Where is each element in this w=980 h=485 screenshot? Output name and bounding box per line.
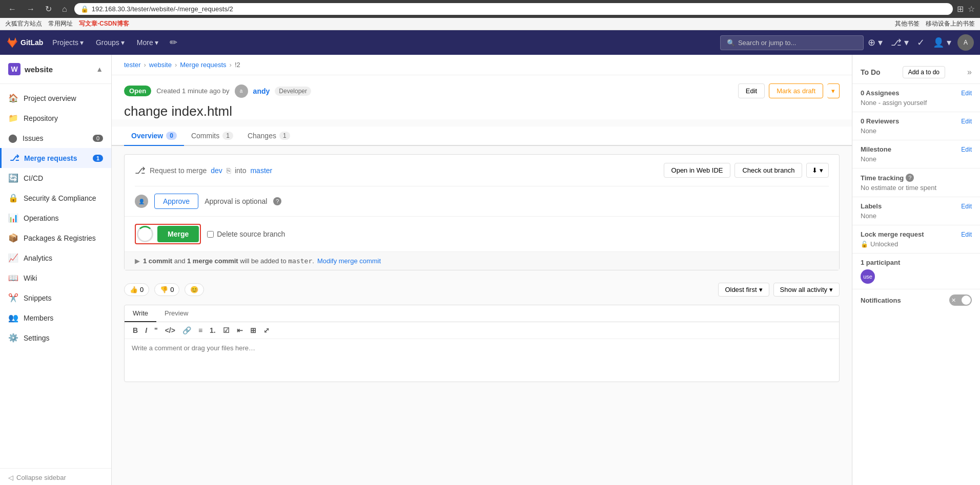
- thumbs-up-button[interactable]: 👍 0: [124, 283, 149, 296]
- comment-textarea[interactable]: [125, 339, 839, 380]
- participant-avatar-1: use: [861, 269, 875, 284]
- fullscreen-button[interactable]: ⤢: [261, 325, 272, 335]
- tab-commits[interactable]: Commits 1: [184, 126, 240, 146]
- approve-button[interactable]: Approve: [154, 194, 198, 209]
- sidebar-item-repository[interactable]: 📁 Repository: [0, 108, 111, 128]
- address-bar[interactable]: 🔒 192.168.30.3/tester/website/-/merge_re…: [74, 3, 953, 15]
- sidebar-item-settings[interactable]: ⚙️ Settings: [0, 328, 111, 348]
- delete-branch-checkbox[interactable]: [207, 231, 214, 238]
- nav-projects[interactable]: Projects ▾: [47, 35, 89, 50]
- star-icon[interactable]: ☆: [968, 4, 975, 14]
- avatar-icon: 👤: [138, 199, 145, 204]
- breadcrumb-website[interactable]: website: [149, 61, 172, 69]
- milestone-edit[interactable]: Edit: [961, 146, 972, 153]
- pencil-icon[interactable]: ✏: [170, 37, 177, 48]
- indent-button[interactable]: ⇤: [235, 325, 245, 335]
- plus-icon[interactable]: ⊕ ▾: [866, 35, 885, 50]
- open-web-ide-button[interactable]: Open in Web IDE: [664, 163, 731, 178]
- time-tracking-help-icon[interactable]: ?: [906, 174, 914, 182]
- notifications-toggle[interactable]: ✕: [949, 294, 972, 306]
- bookmark-2[interactable]: 常用网址: [48, 19, 73, 28]
- preview-tab[interactable]: Preview: [156, 305, 196, 322]
- home-btn[interactable]: ⌂: [59, 4, 70, 15]
- breadcrumb-merge-requests[interactable]: Merge requests: [180, 61, 226, 69]
- bookmark-3[interactable]: 写文章-CSDN博客: [79, 19, 129, 28]
- unordered-list-button[interactable]: ≡: [196, 325, 205, 335]
- todo-title: To Do: [861, 68, 881, 76]
- bookmark-mobile[interactable]: 移动设备上的书签: [926, 19, 975, 28]
- merge-request-icon[interactable]: ⎇ ▾: [889, 35, 911, 50]
- sidebar-item-merge-requests[interactable]: ⎇ Merge requests 1: [0, 148, 111, 168]
- download-button[interactable]: ⬇ ▾: [806, 163, 829, 178]
- sidebar-item-snippets[interactable]: ✂️ Snippets: [0, 288, 111, 308]
- assignees-edit[interactable]: Edit: [961, 90, 972, 97]
- lock-edit[interactable]: Edit: [961, 231, 972, 238]
- issues-icon[interactable]: ✓: [915, 35, 927, 50]
- copy-branch-icon[interactable]: ⎘: [227, 166, 231, 175]
- target-branch[interactable]: master: [250, 166, 272, 175]
- commit-info-toggle[interactable]: ▶: [135, 257, 140, 265]
- ordered-list-button[interactable]: 1.: [208, 325, 218, 335]
- forward-btn[interactable]: →: [24, 4, 38, 15]
- bold-button[interactable]: B: [131, 325, 140, 335]
- modify-merge-commit-link[interactable]: Modify merge commit: [317, 257, 381, 265]
- tab-changes[interactable]: Changes 1: [240, 126, 297, 146]
- sidebar-collapse-footer[interactable]: ◁ Collapse sidebar: [0, 468, 111, 485]
- sidebar-item-project-overview[interactable]: 🏠 Project overview: [0, 88, 111, 108]
- sidebar-item-issues[interactable]: ⬤ Issues 0: [0, 128, 111, 148]
- project-name[interactable]: website: [25, 65, 53, 74]
- bookmark-other[interactable]: 其他书签: [895, 19, 920, 28]
- sidebar-item-security[interactable]: 🔒 Security & Compliance: [0, 188, 111, 208]
- sidebar-header: W website ▲: [0, 55, 111, 84]
- sidebar-item-operations[interactable]: 📊 Operations: [0, 208, 111, 228]
- sidebar-label-packages: Packages & Registries: [24, 234, 96, 242]
- search-box[interactable]: 🔍 Search or jump to...: [720, 35, 864, 50]
- task-list-button[interactable]: ☑: [221, 325, 232, 335]
- breadcrumb-tester[interactable]: tester: [124, 61, 141, 69]
- table-button[interactable]: ⊞: [248, 325, 258, 335]
- thumbs-down-button[interactable]: 👎 0: [154, 283, 179, 296]
- user-icon[interactable]: 👤 ▾: [931, 35, 953, 50]
- labels-edit[interactable]: Edit: [961, 203, 972, 210]
- write-tab[interactable]: Write: [125, 305, 156, 322]
- time-tracking-label: Time tracking: [861, 174, 904, 182]
- merge-button[interactable]: Merge: [157, 226, 199, 242]
- delete-branch-label[interactable]: Delete source branch: [207, 230, 285, 238]
- sort-chevron: ▾: [759, 286, 763, 293]
- approval-help-icon[interactable]: ?: [273, 197, 281, 205]
- mr-author[interactable]: andy: [253, 87, 270, 95]
- nav-groups[interactable]: Groups ▾: [91, 35, 130, 50]
- quote-button[interactable]: ": [152, 325, 160, 335]
- sidebar-item-packages[interactable]: 📦 Packages & Registries: [0, 228, 111, 248]
- sidebar-item-members[interactable]: 👥 Members: [0, 308, 111, 328]
- tab-overview[interactable]: Overview 0: [124, 126, 184, 146]
- draft-dropdown-button[interactable]: ▾: [827, 83, 840, 98]
- sidebar-item-cicd[interactable]: 🔄 CI/CD: [0, 168, 111, 188]
- browser-chrome: ← → ↻ ⌂ 🔒 192.168.30.3/tester/website/-/…: [0, 0, 980, 18]
- issues-badge: 0: [93, 135, 103, 142]
- add-todo-button[interactable]: Add a to do: [903, 66, 945, 78]
- todo-expand-icon[interactable]: »: [967, 68, 972, 77]
- sidebar-nav: 🏠 Project overview 📁 Repository ⬤ Issues…: [0, 84, 111, 468]
- add-emoji-button[interactable]: 😊: [185, 283, 204, 296]
- user-avatar[interactable]: A: [957, 34, 974, 51]
- reviewers-edit[interactable]: Edit: [961, 118, 972, 125]
- sidebar-item-analytics[interactable]: 📈 Analytics: [0, 248, 111, 268]
- mark-as-draft-button[interactable]: Mark as draft: [769, 83, 823, 98]
- bookmark-1[interactable]: 火狐官方站点: [5, 19, 42, 28]
- edit-button[interactable]: Edit: [738, 83, 765, 98]
- sidebar-item-wiki[interactable]: 📖 Wiki: [0, 268, 111, 288]
- check-out-branch-button[interactable]: Check out branch: [734, 163, 802, 178]
- oldest-first-button[interactable]: Oldest first ▾: [718, 283, 769, 297]
- source-branch[interactable]: dev: [211, 166, 222, 175]
- link-button[interactable]: 🔗: [180, 325, 193, 335]
- code-button[interactable]: </>: [163, 325, 177, 335]
- italic-button[interactable]: I: [143, 325, 149, 335]
- settings-icon: ⚙️: [8, 333, 18, 343]
- reload-btn[interactable]: ↻: [42, 3, 55, 15]
- sidebar-scroll-up[interactable]: ▲: [96, 65, 103, 73]
- members-icon: 👥: [8, 313, 18, 323]
- nav-more[interactable]: More ▾: [132, 35, 164, 50]
- back-btn[interactable]: ←: [5, 4, 19, 15]
- show-all-activity-button[interactable]: Show all activity ▾: [773, 283, 840, 297]
